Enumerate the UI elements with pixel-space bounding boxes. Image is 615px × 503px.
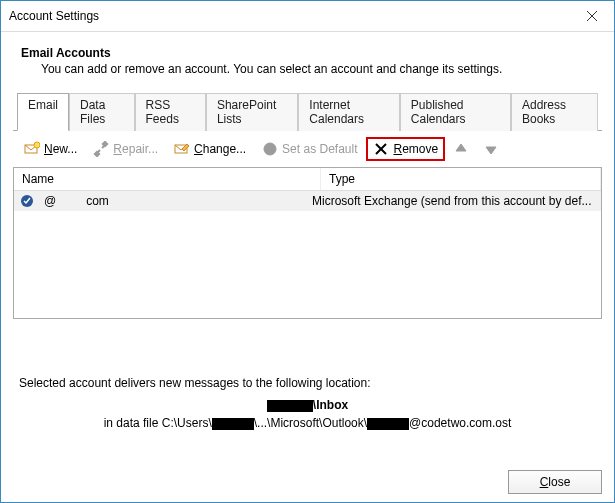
dialog-footer: Close bbox=[1, 462, 614, 502]
location-folder: \Inbox bbox=[13, 398, 602, 412]
move-up-button[interactable] bbox=[447, 138, 475, 160]
tabstrip: Email Data Files RSS Feeds SharePoint Li… bbox=[13, 92, 602, 131]
accounts-table: Name Type @ com Microsoft Exchange (send… bbox=[13, 167, 602, 319]
svg-marker-11 bbox=[486, 147, 496, 154]
col-type[interactable]: Type bbox=[321, 168, 601, 190]
new-button[interactable]: New... bbox=[17, 137, 84, 161]
default-account-icon bbox=[20, 194, 34, 208]
tab-address-books[interactable]: Address Books bbox=[511, 93, 598, 131]
close-button[interactable]: Close bbox=[508, 470, 602, 494]
svg-marker-10 bbox=[456, 144, 466, 151]
remove-label: Remove bbox=[393, 142, 438, 156]
repair-label: Repair... bbox=[113, 142, 158, 156]
close-window-button[interactable] bbox=[569, 1, 614, 31]
arrow-down-icon bbox=[484, 142, 498, 156]
location-heading: Selected account delivers new messages t… bbox=[19, 376, 602, 390]
page-heading: Email Accounts bbox=[21, 46, 602, 60]
location-file: in data file C:\Users\\...\Microsoft\Out… bbox=[13, 416, 602, 430]
remove-x-icon bbox=[373, 141, 389, 157]
new-label: New... bbox=[44, 142, 77, 156]
window-title: Account Settings bbox=[9, 9, 569, 23]
tab-rss-feeds[interactable]: RSS Feeds bbox=[135, 93, 206, 131]
account-type: Microsoft Exchange (send from this accou… bbox=[312, 194, 595, 208]
close-icon bbox=[584, 8, 600, 24]
redacted-text bbox=[367, 418, 409, 430]
redacted-text bbox=[267, 400, 313, 412]
table-header: Name Type bbox=[14, 168, 601, 191]
tab-data-files[interactable]: Data Files bbox=[69, 93, 135, 131]
toolbar: New... Repair... Change... Set as Defaul… bbox=[13, 131, 602, 167]
move-down-button[interactable] bbox=[477, 138, 505, 160]
set-default-button[interactable]: Set as Default bbox=[255, 137, 364, 161]
change-label: Change... bbox=[194, 142, 246, 156]
tab-email[interactable]: Email bbox=[17, 93, 69, 131]
repair-button[interactable]: Repair... bbox=[86, 137, 165, 161]
redacted-text bbox=[212, 418, 254, 430]
table-row[interactable]: @ com Microsoft Exchange (send from this… bbox=[14, 191, 601, 211]
check-circle-icon bbox=[262, 141, 278, 157]
titlebar: Account Settings bbox=[1, 1, 614, 32]
tab-internet-calendars[interactable]: Internet Calendars bbox=[298, 93, 400, 131]
tab-published-calendars[interactable]: Published Calendars bbox=[400, 93, 511, 131]
col-name[interactable]: Name bbox=[14, 168, 321, 190]
remove-button[interactable]: Remove bbox=[366, 137, 445, 161]
account-name-part1: @ bbox=[44, 194, 56, 208]
account-settings-window: Account Settings Email Accounts You can … bbox=[0, 0, 615, 503]
repair-icon bbox=[93, 141, 109, 157]
arrow-up-icon bbox=[454, 142, 468, 156]
svg-point-3 bbox=[34, 142, 40, 148]
set-default-label: Set as Default bbox=[282, 142, 357, 156]
mail-new-icon bbox=[24, 141, 40, 157]
page-subheading: You can add or remove an account. You ca… bbox=[41, 62, 602, 76]
change-button[interactable]: Change... bbox=[167, 137, 253, 161]
change-icon bbox=[174, 141, 190, 157]
account-name-part2: com bbox=[86, 194, 109, 208]
tab-sharepoint-lists[interactable]: SharePoint Lists bbox=[206, 93, 298, 131]
